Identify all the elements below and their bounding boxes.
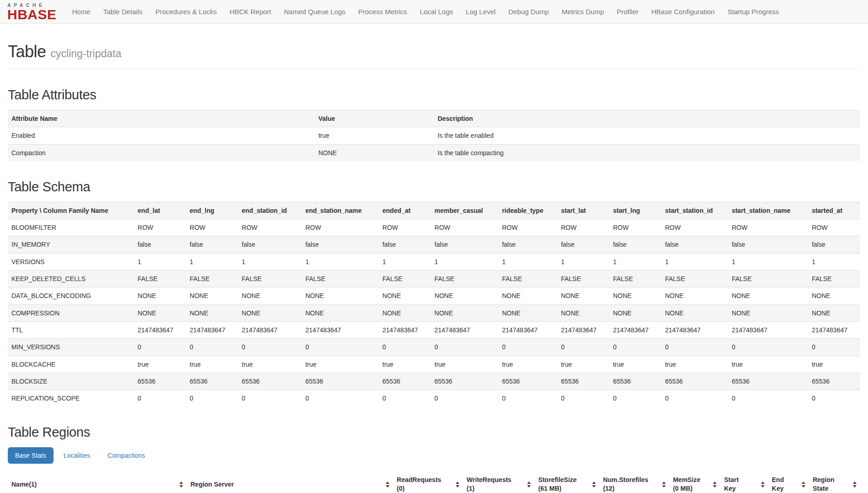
schema-property-cell: COMPRESSION	[8, 304, 134, 321]
table-cell: 2147483647	[302, 321, 378, 338]
table-cell: NONE	[498, 287, 557, 304]
column-header-content: MemSize(0 MB)	[673, 476, 717, 493]
nav-item-named-queue-logs[interactable]: Named Queue Logs	[278, 0, 352, 23]
schema-property-cell: MIN_VERSIONS	[8, 339, 134, 356]
regions-tabs: Base StatsLocalitiesCompactions	[8, 447, 860, 464]
sort-icon[interactable]	[592, 482, 596, 488]
table-cell: 2147483647	[431, 321, 499, 338]
table-cell: 2147483647	[238, 321, 302, 338]
table-cell: NONE	[134, 304, 186, 321]
column-header-end-key[interactable]: EndKey	[768, 472, 809, 493]
sort-icon[interactable]	[761, 482, 765, 488]
table-cell: 2147483647	[808, 321, 860, 338]
column-header-region-server[interactable]: Region Server	[187, 472, 393, 493]
sort-icon[interactable]	[456, 482, 459, 488]
sort-icon[interactable]	[527, 482, 531, 488]
tab-compactions[interactable]: Compactions	[100, 447, 152, 464]
table-cell: 0	[557, 390, 609, 407]
table-cell: false	[728, 236, 808, 253]
table-cell: NONE	[186, 287, 238, 304]
column-header-start-key[interactable]: StartKey	[720, 472, 768, 493]
table-cell: 1	[661, 253, 728, 270]
table-cell: ROW	[379, 219, 431, 236]
schema-property-cell: BLOCKSIZE	[8, 373, 134, 390]
nav-item-profiler[interactable]: Profiler	[610, 0, 645, 23]
column-header-readrequests-0[interactable]: ReadRequests(0)	[393, 472, 463, 493]
column-header-label: EndKey	[772, 476, 784, 493]
table-cell: NONE	[808, 304, 860, 321]
schema-row-data-block-encoding: DATA_BLOCK_ENCODINGNONENONENONENONENONEN…	[8, 287, 860, 304]
table-cell: Is the table enabled	[434, 127, 860, 144]
table-cell: 65536	[379, 373, 431, 390]
schema-property-cell: DATA_BLOCK_ENCODING	[8, 287, 134, 304]
column-header-storefilesize-61-mb[interactable]: StorefileSize(61 MB)	[534, 472, 599, 493]
nav-item-table-details[interactable]: Table Details	[97, 0, 149, 23]
table-cell: true	[315, 127, 434, 144]
table-cell: ROW	[238, 219, 302, 236]
schema-heading: Table Schema	[8, 179, 860, 195]
sort-down-arrow	[592, 485, 596, 488]
column-header-num-storefiles-12[interactable]: Num.Storefiles(12)	[599, 472, 669, 493]
table-cell: FALSE	[186, 271, 238, 287]
page-subtitle: cycling-tripdata	[51, 48, 122, 60]
table-cell: 2147483647	[498, 321, 557, 338]
nav-item-home[interactable]: Home	[66, 0, 97, 23]
tab-localities[interactable]: Localities	[56, 447, 97, 464]
column-header-end-lat: end_lat	[134, 202, 186, 219]
table-cell: false	[808, 236, 860, 253]
table-cell: ROW	[808, 219, 860, 236]
sort-icon[interactable]	[853, 482, 857, 488]
tab-base-stats[interactable]: Base Stats	[8, 447, 54, 464]
column-header-label: WriteRequests(1)	[467, 476, 512, 493]
table-cell: true	[661, 356, 728, 373]
table-cell: 0	[134, 390, 186, 407]
nav-item-hbck-report[interactable]: HBCK Report	[223, 0, 278, 23]
table-cell: false	[379, 236, 431, 253]
table-cell: true	[379, 356, 431, 373]
hbase-logo[interactable]: APACHE HBASE	[7, 0, 57, 23]
column-header-content: RegionState	[813, 476, 857, 493]
sort-icon[interactable]	[179, 482, 183, 488]
sort-icon[interactable]	[713, 482, 717, 488]
sort-icon[interactable]	[386, 482, 389, 488]
schema-property-cell: IN_MEMORY	[8, 236, 134, 253]
column-header-writerequests-1[interactable]: WriteRequests(1)	[463, 472, 534, 493]
table-cell: 0	[728, 390, 808, 407]
table-cell: false	[134, 236, 186, 253]
table-cell: false	[557, 236, 609, 253]
schema-table: Property \ Column Family Nameend_latend_…	[8, 202, 860, 407]
table-cell: 0	[808, 339, 860, 356]
table-cell: false	[238, 236, 302, 253]
column-header-rideable-type: rideable_type	[498, 202, 557, 219]
nav-item-procedures-locks[interactable]: Procedures & Locks	[149, 0, 223, 23]
regions-table: Name(1)Region ServerReadRequests(0)Write…	[8, 472, 860, 493]
table-cell: 0	[661, 339, 728, 356]
column-header-label: Num.Storefiles(12)	[603, 476, 648, 493]
nav-item-startup-progress[interactable]: Startup Progress	[721, 0, 786, 23]
table-cell: 0	[661, 390, 728, 407]
sort-icon[interactable]	[802, 482, 805, 488]
table-cell: 2147483647	[609, 321, 662, 338]
table-cell: ROW	[609, 219, 662, 236]
schema-row-compression: COMPRESSIONNONENONENONENONENONENONENONEN…	[8, 304, 860, 321]
table-cell: 0	[379, 339, 431, 356]
table-cell: false	[498, 236, 557, 253]
nav-item-process-metrics[interactable]: Process Metrics	[352, 0, 414, 23]
column-header-memsize-0-mb[interactable]: MemSize(0 MB)	[669, 472, 721, 493]
nav-item-metrics-dump[interactable]: Metrics Dump	[555, 0, 611, 23]
table-cell: ROW	[186, 219, 238, 236]
column-header-label: Name(1)	[11, 480, 37, 489]
sort-icon[interactable]	[662, 482, 666, 488]
table-cell: 1	[134, 253, 186, 270]
nav-item-debug-dump[interactable]: Debug Dump	[502, 0, 555, 23]
column-header-name-1[interactable]: Name(1)	[8, 472, 187, 493]
nav-item-hbase-configuration[interactable]: HBase Configuration	[645, 0, 721, 23]
column-header-region-state[interactable]: RegionState	[809, 472, 860, 493]
table-cell: FALSE	[557, 271, 609, 287]
nav-item-local-logs[interactable]: Local Logs	[413, 0, 459, 23]
sort-down-arrow	[662, 485, 666, 488]
schema-row-bloomfilter: BLOOMFILTERROWROWROWROWROWROWROWROWROWRO…	[8, 219, 860, 236]
table-cell: 2147483647	[134, 321, 186, 338]
nav-item-log-level[interactable]: Log Level	[459, 0, 502, 23]
table-cell: NONE	[498, 304, 557, 321]
